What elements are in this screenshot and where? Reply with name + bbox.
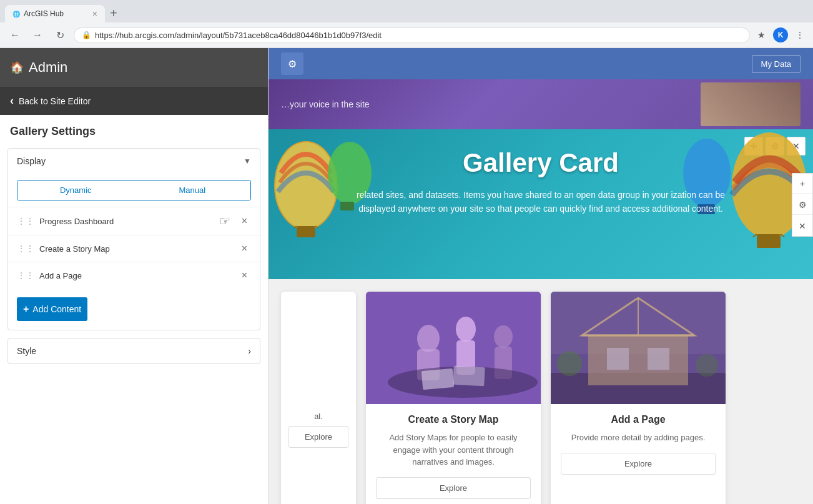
admin-title: Admin — [29, 59, 67, 76]
sidebar: 🏠 Admin ‹ Back to Site Editor Gallery Se… — [0, 48, 269, 504]
my-data-button[interactable]: My Data — [752, 55, 801, 73]
svg-rect-2 — [297, 226, 315, 237]
content-area: ⚙ My Data …your voice in the site — [269, 48, 813, 504]
svg-point-19 — [494, 325, 513, 348]
browser-chrome: 🌐 ArcGIS Hub × + ← → ↻ 🔒 https://hub.arc… — [0, 0, 813, 48]
story-map-card-title: Create a Story Map — [376, 414, 531, 425]
list-item: ⋮⋮ Create a Story Map × — [8, 235, 260, 262]
url-text: https://hub.arcgis.com/admin/layout/5b73… — [95, 31, 382, 40]
add-page-card-title: Add a Page — [561, 414, 716, 425]
cards-row: al. Explore — [269, 279, 813, 504]
svg-point-35 — [696, 354, 718, 377]
gallery-section: ✛ ⚙ ✕ Gallery Card related sites, and da… — [269, 129, 813, 279]
svg-rect-28 — [588, 335, 688, 385]
story-map-card-image — [366, 292, 541, 404]
gallery-card-title: Gallery Card — [281, 148, 801, 178]
back-chevron: ‹ — [10, 94, 14, 107]
lock-icon: 🔒 — [82, 31, 91, 39]
display-section: Display ▼ Dynamic Manual ⋮⋮ Progress Das… — [7, 148, 260, 330]
add-page-card-image — [551, 292, 726, 404]
story-map-explore-button[interactable]: Explore — [376, 477, 531, 499]
back-label: Back to Site Editor — [19, 96, 91, 106]
svg-rect-22 — [421, 368, 454, 390]
main-layout: 🏠 Admin ‹ Back to Site Editor Gallery Se… — [0, 48, 813, 504]
remove-storymap-button[interactable]: × — [238, 242, 251, 255]
active-tab[interactable]: 🌐 ArcGIS Hub × — [5, 5, 105, 22]
new-tab-button[interactable]: + — [105, 6, 122, 21]
drag-handle[interactable]: ⋮⋮ — [17, 244, 34, 254]
drag-handle[interactable]: ⋮⋮ — [17, 216, 34, 226]
browser-actions: ★ K ⋮ — [755, 27, 807, 42]
back-to-editor-button[interactable]: ‹ Back to Site Editor — [0, 87, 268, 115]
svg-point-15 — [417, 325, 440, 352]
style-section-header[interactable]: Style › — [8, 338, 260, 363]
tab-favicon: 🌐 — [12, 11, 20, 17]
remove-progress-button[interactable]: × — [238, 214, 251, 228]
add-content-plus: + — [23, 304, 29, 315]
style-label: Style — [17, 346, 36, 356]
list-item: ⋮⋮ Progress Dashboard ☞ × — [8, 207, 260, 235]
display-section-header[interactable]: Display ▼ — [8, 149, 260, 174]
hero-section: …your voice in the site — [269, 79, 813, 129]
gallery-card-description: related sites, and datasets. Items you h… — [353, 188, 728, 216]
more-button[interactable]: ⋮ — [793, 27, 807, 42]
svg-line-9 — [753, 234, 757, 237]
add-page-card-body: Add a Page Provide more detail by adding… — [551, 404, 726, 485]
dynamic-toggle[interactable]: Dynamic — [17, 180, 134, 200]
story-map-card-description: Add Story Maps for people to easily enga… — [376, 432, 531, 468]
add-content-label: Add Content — [32, 304, 81, 314]
item-label-storymap: Create a Story Map — [39, 244, 233, 254]
style-section: Style › — [7, 338, 260, 364]
remove-page-button[interactable]: × — [238, 269, 251, 282]
address-bar[interactable]: 🔒 https://hub.arcgis.com/admin/layout/5b… — [74, 27, 750, 43]
story-map-card-body: Create a Story Map Add Story Maps for pe… — [366, 404, 541, 504]
refresh-button[interactable]: ↻ — [51, 26, 69, 44]
partial-card: al. Explore — [281, 292, 356, 504]
svg-rect-30 — [607, 348, 629, 370]
svg-rect-8 — [757, 234, 781, 248]
forward-button[interactable]: → — [29, 26, 46, 44]
hero-image — [701, 82, 801, 126]
add-page-card-description: Provide more detail by adding pages. — [561, 432, 716, 444]
gear-button-top[interactable]: ⚙ — [281, 52, 303, 75]
display-toggle-group: Dynamic Manual — [17, 180, 251, 200]
back-button[interactable]: ← — [6, 26, 24, 44]
svg-rect-23 — [453, 366, 485, 387]
settings-title: Gallery Settings — [0, 115, 268, 148]
partial-explore-button[interactable]: Explore — [288, 426, 348, 448]
add-page-explore-button[interactable]: Explore — [561, 453, 716, 475]
admin-header: 🏠 Admin — [0, 48, 268, 87]
right-delete-button[interactable]: ✕ — [792, 216, 812, 236]
svg-point-34 — [557, 351, 582, 376]
top-bar: ⚙ My Data — [269, 48, 813, 79]
home-icon: 🏠 — [10, 61, 24, 74]
drag-handle[interactable]: ⋮⋮ — [17, 270, 34, 280]
item-label-progress: Progress Dashboard — [39, 217, 214, 226]
sidebar-content: Display ▼ Dynamic Manual ⋮⋮ Progress Das… — [0, 148, 268, 504]
item-label-page: Add a Page — [39, 271, 233, 280]
browser-toolbar: ← → ↻ 🔒 https://hub.arcgis.com/admin/lay… — [0, 22, 813, 47]
style-chevron: › — [248, 346, 251, 356]
story-map-card: Create a Story Map Add Story Maps for pe… — [366, 292, 541, 504]
list-item: ⋮⋮ Add a Page × — [8, 262, 260, 289]
manual-toggle[interactable]: Manual — [134, 180, 251, 200]
svg-rect-31 — [648, 348, 669, 370]
bookmark-button[interactable]: ★ — [755, 27, 768, 42]
display-label: Display — [17, 156, 46, 166]
add-content-button[interactable]: + Add Content — [17, 297, 87, 321]
tab-close-button[interactable]: × — [92, 9, 97, 18]
hero-text: …your voice in the site — [281, 99, 370, 109]
cursor-indicator: ☞ — [219, 214, 230, 229]
tab-title: ArcGIS Hub — [24, 9, 64, 18]
svg-point-17 — [456, 317, 476, 342]
browser-tabs: 🌐 ArcGIS Hub × + — [0, 0, 813, 22]
add-page-card: Add a Page Provide more detail by adding… — [551, 292, 726, 504]
display-chevron: ▼ — [244, 157, 251, 166]
profile-button[interactable]: K — [773, 27, 788, 42]
